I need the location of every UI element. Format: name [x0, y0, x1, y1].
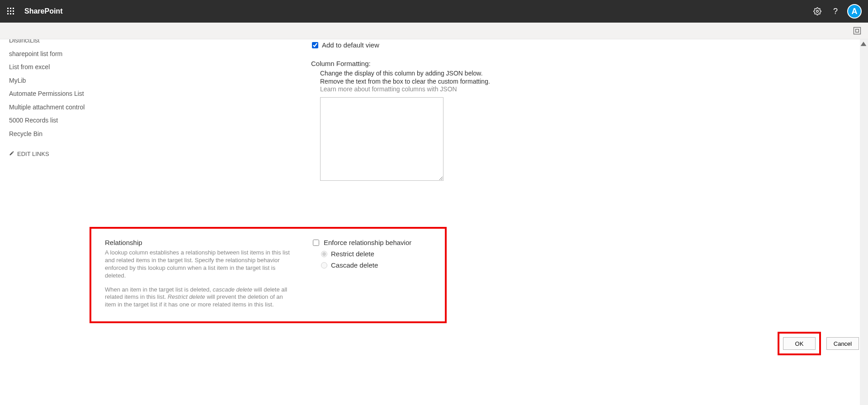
column-formatting-desc: Change the display of this column by add…	[320, 69, 592, 77]
column-settings: Add to default view Column Formatting: C…	[312, 39, 592, 183]
suite-bar: SharePoint ? A	[0, 0, 868, 23]
nav-item[interactable]: sharepoint list form	[9, 47, 86, 61]
relationship-title: Relationship	[105, 239, 295, 246]
column-formatting-json-input[interactable]	[320, 97, 443, 181]
relationship-desc2: When an item in the target list is delet…	[105, 286, 295, 309]
nav-item[interactable]: Automate Permissions List	[9, 87, 86, 101]
nav-item[interactable]: Multiple attachment control	[9, 101, 86, 114]
left-nav: DistinctList sharepoint list form List f…	[9, 39, 86, 157]
svg-rect-11	[856, 29, 859, 33]
edit-icon	[9, 151, 14, 157]
scrollbar-track[interactable]	[860, 39, 868, 405]
nav-item[interactable]: DistinctList	[9, 39, 86, 47]
ok-highlight: OK	[778, 332, 821, 355]
avatar[interactable]: A	[847, 4, 862, 19]
svg-rect-3	[7, 10, 9, 12]
cascade-delete-label: Cascade delete	[331, 261, 378, 269]
nav-item[interactable]: MyLib	[9, 74, 86, 88]
edit-links[interactable]: EDIT LINKS	[9, 151, 86, 157]
cascade-delete-radio[interactable]	[321, 262, 327, 268]
help-icon[interactable]: ?	[826, 2, 844, 20]
command-bar	[0, 23, 868, 39]
learn-more-link[interactable]: Learn more about formatting columns with…	[320, 85, 592, 93]
app-launcher-icon[interactable]	[4, 4, 18, 19]
add-to-default-view-checkbox[interactable]	[312, 42, 318, 48]
svg-rect-1	[10, 8, 11, 9]
svg-rect-4	[10, 10, 11, 12]
restrict-delete-label: Restrict delete	[331, 250, 374, 258]
content-area: DistinctList sharepoint list form List f…	[0, 39, 868, 405]
svg-rect-0	[7, 8, 9, 9]
column-formatting-label: Column Formatting:	[311, 60, 592, 67]
scroll-up-icon[interactable]	[860, 40, 867, 47]
gear-icon[interactable]	[808, 2, 826, 20]
edit-links-label: EDIT LINKS	[17, 151, 49, 157]
relationship-desc1: A lookup column establishes a relationsh…	[105, 249, 295, 280]
nav-item[interactable]: 5000 Records list	[9, 114, 86, 127]
relationship-section: Relationship A lookup column establishes…	[90, 227, 447, 323]
add-to-default-view-label: Add to default view	[322, 41, 379, 49]
cancel-button[interactable]: Cancel	[826, 337, 859, 350]
svg-rect-10	[854, 28, 861, 34]
svg-rect-5	[13, 10, 14, 12]
app-name[interactable]: SharePoint	[24, 7, 62, 15]
svg-rect-2	[13, 8, 14, 9]
restrict-delete-radio[interactable]	[321, 251, 327, 257]
enforce-relationship-label: Enforce relationship behavior	[324, 239, 411, 246]
nav-item[interactable]: List from excel	[9, 61, 86, 74]
ok-button[interactable]: OK	[783, 337, 816, 350]
form-footer: OK Cancel	[778, 332, 859, 355]
focus-mode-icon[interactable]	[853, 26, 862, 35]
enforce-relationship-checkbox[interactable]	[313, 240, 319, 246]
svg-rect-8	[13, 13, 14, 14]
svg-rect-6	[7, 13, 9, 14]
svg-rect-7	[10, 13, 11, 14]
svg-point-9	[816, 10, 819, 13]
column-formatting-desc: Remove the text from the box to clear th…	[320, 77, 592, 85]
nav-item[interactable]: Recycle Bin	[9, 127, 86, 141]
